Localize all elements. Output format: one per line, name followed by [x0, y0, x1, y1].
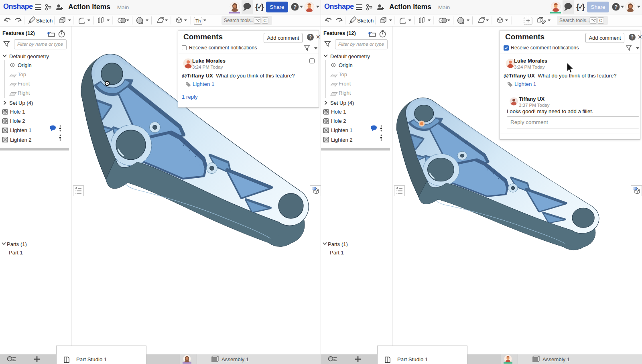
svg-text:Search tools...: Search tools...	[559, 18, 590, 23]
svg-text:Search tools...: Search tools...	[224, 18, 255, 23]
svg-text:C: C	[264, 18, 267, 23]
svg-text:C: C	[599, 18, 603, 23]
svg-text:Th: Th	[195, 18, 201, 23]
